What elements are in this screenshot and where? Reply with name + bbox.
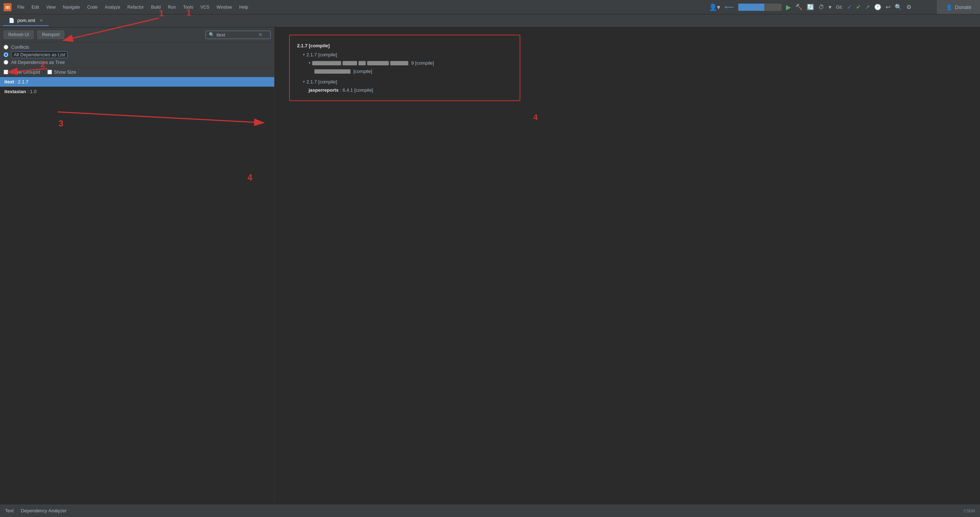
all-deps-list-radio[interactable]	[3, 52, 8, 57]
show-size-label[interactable]: Show Size	[47, 69, 76, 75]
all-deps-tree-label[interactable]: All Dependencies as Tree	[11, 60, 65, 65]
dep-root-row: 2.1.7 [compile]	[297, 42, 512, 49]
show-groupid-label[interactable]: Show GroupId	[3, 69, 40, 75]
right-panel: 2.1.7 [compile] ▾ 2.1.7 [compile] ▾ 9 [c…	[275, 27, 980, 504]
dep-list-item-0[interactable]: itext : 2.1.7 3	[0, 77, 274, 87]
clock-icon[interactable]: ⏱	[818, 4, 824, 11]
dep-list: itext : 2.1.7 3 itextasian : 1.0	[0, 77, 274, 504]
search-top-icon[interactable]: 🔍	[895, 3, 902, 11]
all-deps-list-radio-row: All Dependencies as List	[3, 51, 270, 58]
blurred-segment-3	[358, 61, 366, 65]
checkbox-row: Show GroupId Show Size	[0, 68, 274, 77]
top-menubar: m File Edit View Navigate Code Analyze R…	[0, 0, 980, 14]
donate-button[interactable]: 👤 Donate	[937, 0, 980, 14]
panel-toolbar: Refresh UI Reimport 🔍 ✕ 1	[0, 27, 274, 42]
dep-great-grandchild-row: [compile]	[314, 68, 512, 75]
dep-jasper-row: jasperreports : 6.4.1 [compile]	[309, 86, 512, 94]
status-right-info: CSDN	[964, 509, 975, 513]
dep-name-0: itext	[4, 79, 14, 84]
status-text-tab[interactable]: Text	[5, 508, 14, 514]
search-container: 🔍 ✕	[205, 31, 270, 39]
chevron-down-icon-3: ▾	[303, 79, 305, 84]
left-panel: Refresh UI Reimport 🔍 ✕ 1 Conflicts	[0, 27, 275, 504]
refresh-ui-button[interactable]: Refresh UI	[3, 30, 33, 39]
status-bar: Text Dependency Analyzer CSDN	[0, 504, 980, 517]
build-icon[interactable]: 🔨	[795, 3, 803, 11]
app-logo: m	[3, 3, 11, 11]
blurred-segment-2	[342, 61, 357, 65]
all-deps-list-label[interactable]: All Dependencies as List	[11, 51, 68, 58]
dep-jasper-name: jasperreports	[309, 87, 339, 93]
all-deps-tree-radio[interactable]	[3, 60, 8, 65]
show-size-checkbox[interactable]	[47, 70, 52, 75]
chevron-down-icon-2: ▾	[309, 61, 311, 65]
dep-grandchild-row[interactable]: ▾ 9 [compile]	[309, 59, 512, 67]
user-icon[interactable]: 👤▾	[709, 3, 720, 11]
search-input[interactable]	[216, 32, 256, 38]
all-deps-tree-radio-row: All Dependencies as Tree	[3, 60, 270, 65]
undo-icon[interactable]: ↩	[886, 3, 890, 11]
dep-child-2-row[interactable]: ▾ 2.1.7 [compile]	[303, 78, 512, 86]
xml-file-icon: 📄	[9, 18, 14, 23]
dep-child-2-label: 2.1.7 [compile]	[306, 79, 337, 84]
tab-pom-xml[interactable]: 📄 pom.xml ✕	[3, 16, 49, 26]
reimport-button[interactable]: Reimport	[37, 30, 64, 39]
tab-bar: 📄 pom.xml ✕	[0, 14, 980, 27]
conflicts-radio-row: Conflicts 2	[3, 44, 270, 50]
conflicts-label[interactable]: Conflicts	[11, 44, 29, 50]
settings-dropdown-icon[interactable]: ▾	[829, 3, 832, 11]
search-icon: 🔍	[209, 32, 214, 37]
blurred-segment-4	[367, 61, 389, 65]
clear-search-icon[interactable]: ✕	[258, 32, 263, 37]
dep-child-1-label: 2.1.7 [compile]	[306, 52, 337, 57]
git-clock-icon[interactable]: 🕐	[874, 3, 881, 11]
run-icon[interactable]: ▶	[786, 3, 791, 11]
chevron-down-icon-1: ▾	[303, 52, 305, 57]
git-label: Git:	[836, 5, 843, 10]
dep-list-item-1[interactable]: itextasian : 1.0	[0, 87, 274, 97]
blurred-segment-5	[390, 61, 408, 65]
blurred-segment-6	[314, 69, 350, 74]
git-arrow-icon[interactable]: ↗	[865, 3, 870, 11]
content-area: Refresh UI Reimport 🔍 ✕ 1 Conflicts	[0, 27, 980, 504]
progress-bar-area	[738, 3, 782, 11]
gear-icon[interactable]: ⚙	[906, 3, 912, 11]
dep-great-grandchild-suffix: [compile]	[353, 68, 372, 74]
dep-root-label: 2.1.7 [compile]	[297, 43, 329, 48]
annotation-4: 4	[533, 113, 538, 122]
conflicts-radio[interactable]	[3, 45, 8, 49]
git-tick-icon[interactable]: ✔	[856, 3, 861, 11]
dep-name-1: itextasian	[4, 89, 26, 94]
filter-radios: Conflicts 2 All Dependencies as List All…	[0, 42, 274, 68]
dep-grandchild-suffix: 9 [compile]	[411, 60, 434, 66]
close-tab-icon[interactable]: ✕	[40, 18, 43, 23]
status-dep-analyzer-tab[interactable]: Dependency Analyzer	[21, 508, 67, 514]
git-check-icon[interactable]: ✓	[847, 3, 852, 11]
reload-icon[interactable]: 🔄	[807, 3, 814, 11]
blurred-segment-1	[312, 61, 341, 65]
dep-child-1-row[interactable]: ▾ 2.1.7 [compile]	[303, 51, 512, 59]
dep-jasper-version: : 6.4.1 [compile]	[339, 87, 373, 93]
donate-icon: 👤	[946, 4, 952, 10]
dep-detail-box: 2.1.7 [compile] ▾ 2.1.7 [compile] ▾ 9 [c…	[289, 35, 520, 101]
show-groupid-checkbox[interactable]	[3, 70, 8, 75]
back-icon[interactable]: ⟵	[724, 3, 734, 11]
